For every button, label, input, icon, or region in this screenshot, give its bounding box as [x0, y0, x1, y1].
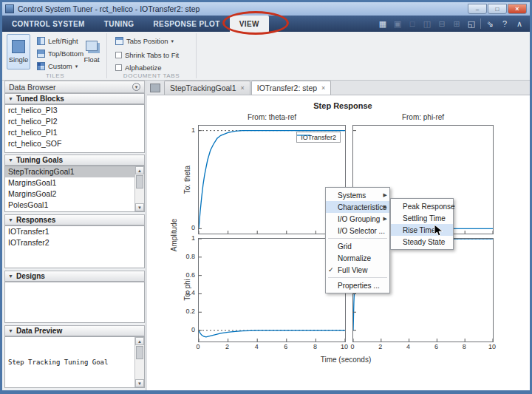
checkbox-icon: [115, 64, 122, 71]
collapse-arrow-icon: ▼: [8, 157, 13, 163]
alphabetize-checkbox[interactable]: Alphabetize: [113, 62, 164, 73]
close-tab-icon[interactable]: ×: [241, 84, 245, 92]
menu-item-steady-state[interactable]: Steady State: [391, 236, 453, 248]
section-header-data-preview[interactable]: ▼ Data Preview: [4, 325, 145, 336]
tuned-blocks-list: rct_helico_PI3 rct_helico_PI2 rct_helico…: [4, 104, 145, 153]
custom-tiles-button[interactable]: Custom ▾: [35, 61, 80, 72]
section-header-tuned-blocks[interactable]: ▼ Tuned Blocks: [4, 93, 145, 104]
menu-item-properties[interactable]: Properties ...: [326, 279, 389, 291]
y-tick-label: 0.4: [179, 289, 195, 296]
single-tile-button[interactable]: Single: [7, 34, 30, 69]
panel-menu-icon[interactable]: ▾: [132, 83, 140, 91]
plot-legend[interactable]: IOTransfer2: [296, 132, 341, 143]
list-item-selected[interactable]: StepTrackingGoal1: [5, 166, 144, 177]
x-tick-label: 4: [249, 343, 264, 350]
scrollbar[interactable]: ▲ ▼: [134, 166, 144, 211]
top-bottom-button[interactable]: Top/Bottom: [35, 48, 86, 59]
y-tick-label: 0.8: [179, 253, 195, 260]
menu-item-settling-time[interactable]: Settling Time: [391, 212, 453, 224]
maximize-button[interactable]: □: [488, 4, 507, 14]
left-right-button[interactable]: Left/Right: [35, 35, 81, 47]
scrollbar[interactable]: ▲ ▼: [134, 337, 144, 387]
menu-item-peak-response[interactable]: Peak Response: [391, 200, 453, 212]
float-button[interactable]: Float: [81, 34, 103, 69]
close-button[interactable]: ×: [508, 4, 527, 14]
tile-custom-icon[interactable]: ⊞: [451, 18, 463, 30]
menu-item-systems[interactable]: Systems ▶: [326, 189, 389, 201]
list-item[interactable]: MarginsGoal2: [5, 188, 144, 200]
tab-response-plot[interactable]: RESPONSE PLOT: [144, 16, 230, 32]
submenu-arrow-icon: ▶: [383, 216, 387, 222]
float-window-icon[interactable]: ◱: [466, 18, 477, 30]
list-item[interactable]: IOTransfer1: [5, 226, 144, 237]
scrollbar-thumb[interactable]: [136, 346, 143, 359]
y-tick-label: 1: [179, 234, 195, 242]
toolstrip-tabbar: CONTROL SYSTEM TUNING RESPONSE PLOT VIEW…: [2, 16, 530, 32]
list-item[interactable]: rct_helico_PI3: [5, 105, 144, 116]
shrink-tabs-checkbox[interactable]: Shrink Tabs to Fit: [113, 50, 181, 61]
help-icon[interactable]: ?: [499, 18, 511, 30]
row-label-to-theta: To: theta: [183, 150, 191, 209]
dock-icon[interactable]: ⇘: [484, 18, 496, 30]
tab-tuning[interactable]: TUNING: [95, 16, 144, 32]
collapse-arrow-icon: ▼: [8, 217, 13, 223]
plot-context-menu: Systems ▶ Characteristics ▶ I/O Grouping…: [325, 187, 390, 293]
doc-tab-iotransfer2-step[interactable]: IOTransfer2: step ×: [251, 81, 332, 95]
single-tile-icon: [12, 40, 25, 53]
menu-item-normalize[interactable]: Normalize: [326, 252, 389, 264]
scroll-down-icon[interactable]: ▼: [135, 203, 144, 211]
collapse-arrow-icon: ▼: [8, 274, 13, 279]
y-tick-label: 0.2: [179, 308, 195, 315]
app-icon: [5, 4, 14, 13]
plot-title: Step Response: [191, 101, 494, 110]
list-item[interactable]: rct_helico_SOF: [5, 138, 144, 149]
close-tab-icon[interactable]: ×: [321, 84, 325, 92]
subplot-theta-ref-to-theta[interactable]: IOTransfer2: [198, 125, 346, 234]
titlebar[interactable]: Control System Tuner - rct_helico - IOTr…: [2, 2, 530, 16]
section-header-designs[interactable]: ▼ Designs: [4, 271, 145, 282]
scroll-down-icon[interactable]: ▼: [135, 379, 144, 387]
collapse-ribbon-icon[interactable]: ∧: [514, 18, 525, 30]
y-tick-label: 0: [179, 326, 195, 333]
tab-view[interactable]: VIEW: [230, 16, 269, 32]
document-tabbar: StepTrackingGoal1 × IOTransfer2: step ×: [147, 81, 530, 95]
menu-item-characteristics[interactable]: Characteristics ▶: [326, 201, 389, 213]
tuning-goals-list: StepTrackingGoal1 MarginsGoal1 MarginsGo…: [4, 166, 145, 212]
list-item[interactable]: rct_helico_PI1: [5, 127, 144, 138]
menu-item-grid[interactable]: Grid: [326, 240, 389, 252]
menu-item-io-selector[interactable]: I/O Selector ...: [326, 225, 389, 237]
list-item[interactable]: rct_helico_PI2: [5, 116, 144, 127]
x-tick-label: 8: [457, 343, 471, 350]
scroll-up-icon[interactable]: ▲: [135, 166, 144, 174]
ribbon-divider: [106, 33, 107, 78]
tile-left-right-icon[interactable]: ◫: [421, 18, 433, 30]
tabs-position-button[interactable]: Tabs Position ▾: [113, 35, 176, 47]
tab-control-system[interactable]: CONTROL SYSTEM: [2, 16, 95, 32]
menu-item-rise-time[interactable]: Rise Time: [391, 224, 453, 236]
doc-tab-steptrackinggoal1[interactable]: StepTrackingGoal1 ×: [164, 81, 250, 95]
section-header-responses[interactable]: ▼ Responses: [4, 214, 145, 225]
menu-separator: [328, 277, 387, 278]
x-tick-label: 10: [485, 343, 499, 350]
window-title: Control System Tuner - rct_helico - IOTr…: [18, 4, 468, 13]
list-item[interactable]: IOTransfer2: [5, 237, 144, 248]
tile-single-icon[interactable]: □: [406, 18, 418, 30]
app-window: Control System Tuner - rct_helico - IOTr…: [0, 0, 532, 394]
print-icon[interactable]: ▣: [392, 18, 403, 30]
close-icon: ×: [515, 5, 519, 13]
subplot-theta-ref-to-phi[interactable]: [198, 238, 346, 342]
scrollbar-thumb[interactable]: [136, 175, 143, 188]
list-item[interactable]: MarginsGoal1: [5, 177, 144, 188]
menu-item-full-view[interactable]: ✓ Full View: [326, 264, 389, 276]
scroll-up-icon[interactable]: ▲: [135, 337, 144, 345]
menu-item-io-grouping[interactable]: I/O Grouping ▶: [326, 213, 389, 225]
y-axis-label: Amplitude: [169, 206, 178, 265]
x-axis-label: Time (seconds): [198, 356, 494, 364]
minimize-button[interactable]: –: [468, 4, 487, 14]
tile-top-bottom-icon[interactable]: ⊟: [436, 18, 448, 30]
ribbon-divider: [196, 33, 197, 78]
export-figure-icon[interactable]: ▦: [377, 18, 389, 30]
document-layout-icon[interactable]: [150, 84, 160, 92]
section-header-tuning-goals[interactable]: ▼ Tuning Goals: [4, 154, 145, 166]
list-item[interactable]: PolesGoal1: [5, 200, 144, 211]
